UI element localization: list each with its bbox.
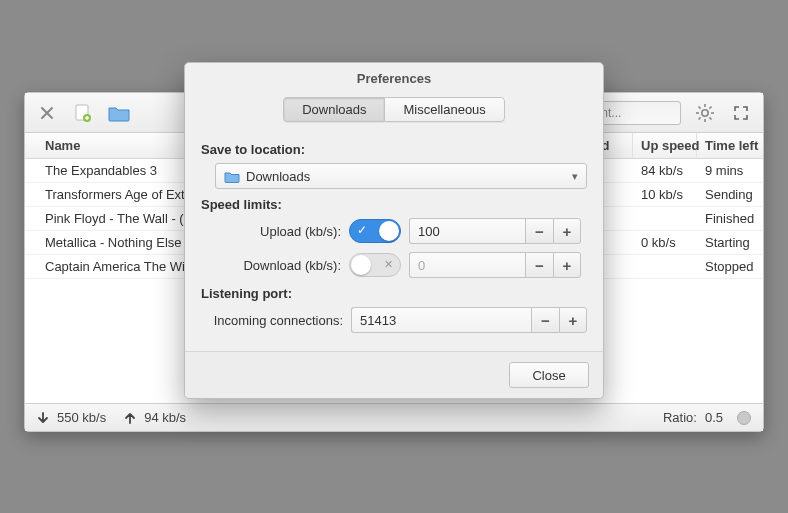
dialog-title: Preferences [185,63,603,93]
close-icon[interactable] [35,101,59,125]
save-location-value: Downloads [246,169,310,184]
save-location-select[interactable]: Downloads ▾ [215,163,587,189]
download-limit-input[interactable]: 0 [409,252,525,278]
status-bar: 550 kb/s 94 kb/s Ratio: 0.5 [25,403,763,431]
svg-line-9 [709,106,711,108]
upload-arrow-icon [124,412,136,424]
cell-up-speed [633,207,697,230]
ratio-indicator-icon [737,411,751,425]
chevron-down-icon: ▾ [572,170,578,183]
ratio-value: 0.5 [705,410,723,425]
download-limit-label: Download (kb/s): [201,258,341,273]
download-increment-button[interactable]: + [553,252,581,278]
section-speed-limits: Speed limits: [201,197,587,212]
close-button[interactable]: Close [509,362,589,388]
upload-limit-label: Upload (kb/s): [201,224,341,239]
add-file-icon[interactable] [71,101,95,125]
port-decrement-button[interactable]: − [531,307,559,333]
cell-up-speed: 84 kb/s [633,159,697,182]
expand-icon[interactable] [729,101,753,125]
download-limit-toggle[interactable] [349,253,401,277]
svg-line-7 [699,106,701,108]
cell-up-speed [633,255,697,278]
svg-line-10 [699,117,701,119]
tab-downloads[interactable]: Downloads [283,97,384,122]
section-listening-port: Listening port: [201,286,587,301]
svg-line-8 [709,117,711,119]
incoming-connections-label: Incoming connections: [201,313,343,328]
upload-decrement-button[interactable]: − [525,218,553,244]
section-save-location: Save to location: [201,142,587,157]
cell-up-speed: 10 kb/s [633,183,697,206]
status-up-speed: 94 kb/s [144,410,186,425]
tab-miscellaneous[interactable]: Miscellaneous [384,97,504,122]
cell-time-left: 9 mins [697,159,763,182]
col-time-left[interactable]: Time left [697,133,763,158]
preferences-dialog: Preferences Downloads Miscellaneous Save… [184,62,604,399]
status-down-speed: 550 kb/s [57,410,106,425]
folder-icon [224,170,240,183]
cell-time-left: Finished [697,207,763,230]
ratio-label: Ratio: [663,410,697,425]
upload-increment-button[interactable]: + [553,218,581,244]
cell-time-left: Starting [697,231,763,254]
cell-time-left: Stopped [697,255,763,278]
upload-limit-toggle[interactable] [349,219,401,243]
gear-icon[interactable] [693,101,717,125]
incoming-connections-input[interactable]: 51413 [351,307,531,333]
download-arrow-icon [37,412,49,424]
open-folder-icon[interactable] [107,101,131,125]
upload-limit-input[interactable]: 100 [409,218,525,244]
port-increment-button[interactable]: + [559,307,587,333]
cell-up-speed: 0 kb/s [633,231,697,254]
col-up-speed[interactable]: Up speed [633,133,697,158]
download-decrement-button[interactable]: − [525,252,553,278]
svg-point-2 [702,109,708,115]
cell-time-left: Sending [697,183,763,206]
prefs-tabs: Downloads Miscellaneous [185,93,603,130]
